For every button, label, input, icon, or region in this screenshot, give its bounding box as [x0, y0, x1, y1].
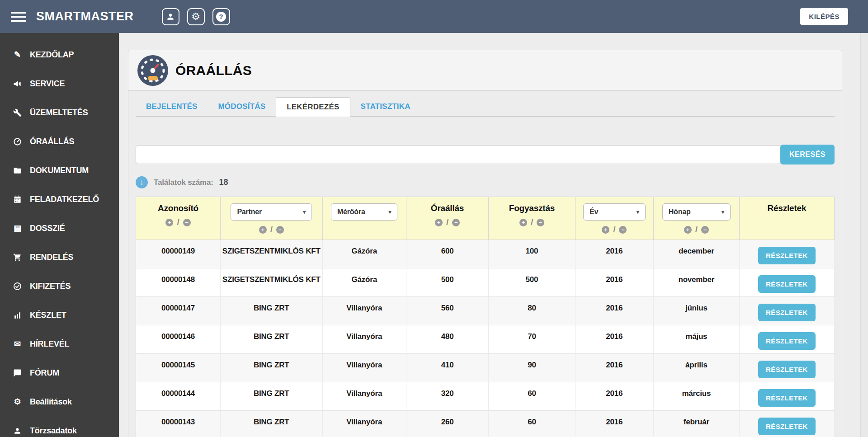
- gauge-icon: [11, 137, 24, 146]
- tab-statisztika[interactable]: STATISZTIKA: [350, 97, 421, 117]
- cell-id: 00000149: [136, 240, 221, 268]
- column-label: Részletek: [767, 203, 806, 213]
- logout-button[interactable]: KILÉPÉS: [800, 8, 848, 25]
- table-row: 00000147BING ZRTVillanyóra560802016júniu…: [136, 297, 835, 325]
- cell-month: június: [653, 297, 739, 325]
- results-table: Azonosító+/−Partner▾+/−Mérőóra▾Óraállás+…: [136, 197, 835, 437]
- cell-partner: BING ZRT: [220, 354, 322, 382]
- cell-meter: Villanyóra: [322, 325, 406, 354]
- card-body: BEJELENTÉSMÓDOSÍTÁSLEKÉRDEZÉSSTATISZTIKA…: [128, 97, 842, 437]
- sidebar-item-label: HÍRLEVÉL: [30, 339, 69, 349]
- sidebar-item-person[interactable]: Törzsadatok: [0, 416, 119, 437]
- content-card: ÓRAÁLLÁS BEJELENTÉSMÓDOSÍTÁSLEKÉRDEZÉSST…: [128, 50, 842, 437]
- settings-icon[interactable]: ⚙: [187, 8, 205, 25]
- reading-sort-desc-icon[interactable]: −: [452, 219, 460, 226]
- column-label: Óraállás: [431, 203, 464, 213]
- cell-details: RÉSZLETEK: [739, 297, 834, 325]
- cell-month: december: [653, 240, 739, 268]
- column-header-consumption: Fogyasztás+/−: [489, 197, 576, 240]
- menu-toggle-icon[interactable]: [11, 9, 26, 24]
- sidebar-item-grid[interactable]: ▦DOSSZIÉ: [0, 214, 119, 243]
- sort-separator: /: [177, 217, 179, 227]
- consumption-sort-asc-icon[interactable]: +: [519, 219, 527, 226]
- sidebar-item-label: FELADATKEZELŐ: [30, 195, 99, 204]
- column-header-year: Év▾+/−: [575, 197, 653, 240]
- partner-filter-select[interactable]: Partner▾: [231, 203, 312, 221]
- sidebar-item-cart[interactable]: RENDELÉS: [0, 243, 119, 272]
- sidebar-item-gear[interactable]: ⚙Beállítások: [0, 387, 119, 416]
- topbar: SMARTMASTER ⚙ ? KILÉPÉS: [0, 0, 868, 33]
- sidebar-item-calendar[interactable]: FELADATKEZELŐ: [0, 185, 119, 214]
- partner-filter-value: Partner: [237, 208, 262, 216]
- sort-separator: /: [695, 225, 698, 235]
- cell-month: május: [653, 325, 739, 354]
- search-button[interactable]: KERESÉS: [780, 145, 835, 164]
- sidebar-item-bar-chart[interactable]: KÉSZLET: [0, 301, 119, 329]
- wrench-icon: [11, 108, 24, 117]
- year-sort-asc-icon[interactable]: +: [602, 226, 609, 234]
- month-sort-desc-icon[interactable]: −: [701, 226, 709, 234]
- details-button[interactable]: RÉSZLETEK: [758, 389, 816, 407]
- year-filter-select[interactable]: Év▾: [583, 203, 646, 221]
- partner-sort-asc-icon[interactable]: +: [259, 226, 267, 234]
- details-button[interactable]: RÉSZLETEK: [758, 361, 816, 378]
- column-header-meter: Mérőóra▾: [322, 197, 406, 240]
- sidebar-item-gauge[interactable]: ÓRAÁLLÁS: [0, 127, 119, 156]
- sidebar-item-edit[interactable]: ✎KEZDŐLAP: [0, 40, 119, 69]
- cell-meter: Gázóra: [322, 240, 406, 268]
- results-count: 18: [219, 178, 228, 187]
- sidebar-item-wrench[interactable]: ÜZEMELTETÉS: [0, 98, 119, 127]
- reading-sort-control: +/−: [435, 217, 460, 227]
- meter-filter-select[interactable]: Mérőóra▾: [331, 203, 398, 221]
- column-header-partner: Partner▾+/−: [220, 197, 322, 240]
- main-content: ÓRAÁLLÁS BEJELENTÉSMÓDOSÍTÁSLEKÉRDEZÉSST…: [119, 33, 860, 437]
- tab-lekérdezés[interactable]: LEKÉRDEZÉS: [276, 97, 350, 117]
- cell-details: RÉSZLETEK: [739, 240, 834, 268]
- details-button[interactable]: RÉSZLETEK: [758, 247, 816, 264]
- cell-partner: SZIGETSZENTMIKLÓS KFT: [220, 268, 322, 297]
- cell-reading: 560: [406, 297, 488, 325]
- consumption-sort-desc-icon[interactable]: −: [537, 219, 544, 226]
- grid-icon: ▦: [11, 223, 24, 233]
- tab-bejelentés[interactable]: BEJELENTÉS: [136, 97, 208, 117]
- reading-sort-asc-icon[interactable]: +: [435, 219, 443, 226]
- sidebar-item-label: KÉSZLET: [30, 310, 66, 320]
- month-sort-asc-icon[interactable]: +: [684, 226, 692, 234]
- user-icon[interactable]: [162, 8, 179, 25]
- year-filter-value: Év: [590, 208, 598, 216]
- year-sort-desc-icon[interactable]: −: [619, 226, 627, 234]
- gauge-badge-icon: [137, 55, 168, 86]
- sidebar-item-comment[interactable]: FÓRUM: [0, 358, 119, 387]
- search-input[interactable]: [136, 145, 782, 164]
- sidebar-item-megaphone[interactable]: SERVICE: [0, 69, 119, 98]
- id-sort-desc-icon[interactable]: −: [183, 219, 191, 226]
- card-header: ÓRAÁLLÁS: [128, 50, 842, 91]
- details-button[interactable]: RÉSZLETEK: [758, 304, 816, 321]
- table-row: 00000145BING ZRTVillanyóra410902016ápril…: [136, 354, 835, 382]
- partner-sort-desc-icon[interactable]: −: [276, 226, 284, 234]
- calendar-icon: [11, 195, 24, 204]
- sidebar-item-check-circle[interactable]: KIFIZETÉS: [0, 272, 119, 301]
- sidebar-nav: ✎KEZDŐLAPSERVICEÜZEMELTETÉSÓRAÁLLÁSDOKUM…: [0, 33, 119, 437]
- edit-icon: ✎: [11, 50, 24, 60]
- chevron-down-icon: ▾: [303, 209, 306, 215]
- details-button[interactable]: RÉSZLETEK: [758, 275, 816, 293]
- cell-id: 00000147: [136, 297, 221, 325]
- cell-month: április: [653, 354, 739, 382]
- cell-reading: 320: [406, 382, 488, 411]
- arrow-down-circle-icon: ↓: [136, 176, 148, 188]
- tab-módosítás[interactable]: MÓDOSÍTÁS: [208, 97, 276, 117]
- sidebar-item-label: FÓRUM: [30, 368, 59, 378]
- page-scrollbar[interactable]: [860, 33, 868, 437]
- sidebar-item-envelope[interactable]: ✉HÍRLEVÉL: [0, 329, 119, 358]
- sidebar-item-label: ÜZEMELTETÉS: [30, 108, 88, 117]
- cell-details: RÉSZLETEK: [739, 354, 834, 382]
- details-button[interactable]: RÉSZLETEK: [758, 332, 816, 350]
- details-button[interactable]: RÉSZLETEK: [758, 418, 816, 435]
- sidebar-item-folder[interactable]: DOKUMENTUM: [0, 156, 119, 185]
- month-filter-select[interactable]: Hónap▾: [662, 203, 731, 221]
- cell-meter: Villanyóra: [322, 411, 406, 437]
- id-sort-asc-icon[interactable]: +: [165, 219, 173, 226]
- cell-details: RÉSZLETEK: [739, 325, 834, 354]
- help-icon[interactable]: ?: [212, 8, 230, 25]
